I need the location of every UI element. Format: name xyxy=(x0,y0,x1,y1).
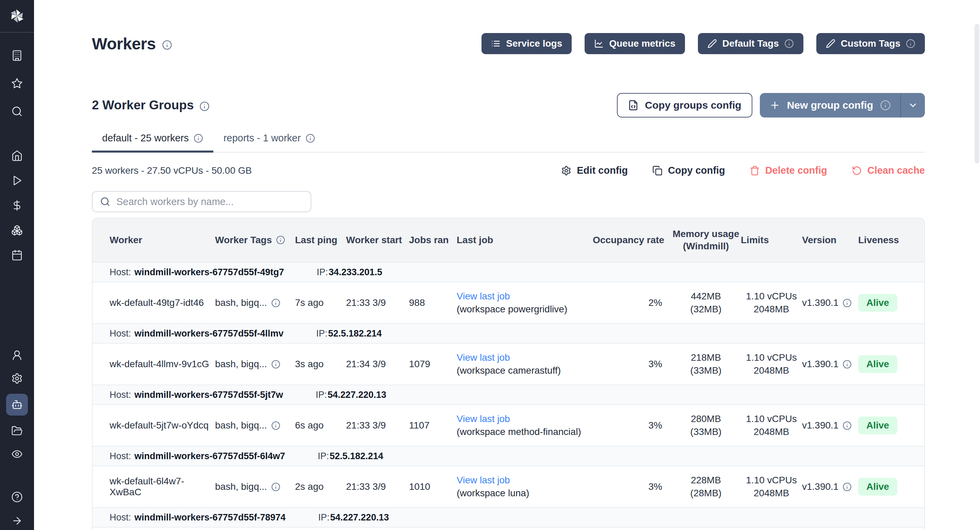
memory-total: 228MB xyxy=(671,474,741,487)
windmill-logo[interactable] xyxy=(0,0,34,33)
sidebar-item-users[interactable] xyxy=(9,347,25,363)
group-config-row: 25 workers - 27.50 vCPUs - 50.00 GB Edit… xyxy=(92,165,925,176)
worker-start-value: 21:33 3/9 xyxy=(346,420,409,431)
host-ip-value: 52.5.182.214 xyxy=(328,328,382,338)
host-name: windmill-workers-67757d55f-6l4w7 xyxy=(134,451,285,461)
host-name: windmill-workers-67757d55f-49tg7 xyxy=(134,267,284,278)
main-content: Workers Service logs Queue metrics Defau… xyxy=(34,32,980,530)
worker-groups-info-icon[interactable] xyxy=(199,101,210,112)
ip-label: IP: xyxy=(316,328,327,338)
sidebar-item-folders[interactable] xyxy=(9,423,25,439)
host-row: Host: windmill-workers-67757d55f-4llmv I… xyxy=(92,323,924,344)
last-ping-value: 6s ago xyxy=(295,420,346,431)
gear-icon xyxy=(561,166,571,176)
new-group-config-button[interactable]: New group config xyxy=(760,93,900,118)
new-group-config-caret-button[interactable] xyxy=(900,93,925,118)
table-row: wk-default-6l4w7-XwBaC bash, bigq... 2s … xyxy=(92,466,924,507)
view-last-job-link[interactable]: View last job xyxy=(457,291,510,302)
eye-icon xyxy=(11,448,23,460)
tab-reports-info-icon[interactable] xyxy=(305,134,315,143)
sidebar-item-schedules[interactable] xyxy=(9,247,25,263)
sidebar-item-workspace[interactable] xyxy=(9,48,25,63)
memory-windmill: (32MB) xyxy=(671,303,741,316)
sidebar xyxy=(0,0,34,530)
liveness-cell: Alive xyxy=(858,355,908,373)
memory-windmill: (33MB) xyxy=(671,364,741,377)
clean-cache-button[interactable]: Clean cache xyxy=(852,165,925,176)
version-info-icon[interactable] xyxy=(843,299,852,308)
service-logs-button[interactable]: Service logs xyxy=(482,33,572,54)
sidebar-item-resources[interactable] xyxy=(9,222,25,238)
help-circle-icon xyxy=(11,491,23,503)
col-worker: Worker xyxy=(110,234,215,246)
worker-groups-title: 2 Worker Groups xyxy=(92,98,194,112)
view-last-job-link[interactable]: View last job xyxy=(457,475,510,485)
tab-default[interactable]: default - 25 workers xyxy=(92,131,213,153)
sidebar-item-audit-logs[interactable] xyxy=(9,446,25,462)
limits-cell: 1.10 vCPUs 2048MB xyxy=(741,474,802,500)
page-scrollbar[interactable] xyxy=(975,24,979,163)
host-name: windmill-workers-67757d55f-78974 xyxy=(134,512,285,523)
delete-config-button[interactable]: Delete config xyxy=(749,165,827,176)
sidebar-group-admin xyxy=(6,347,28,462)
occupancy-rate-value: 2% xyxy=(593,297,671,308)
sidebar-item-search[interactable] xyxy=(9,104,25,119)
tab-reports[interactable]: reports - 1 worker xyxy=(213,131,325,153)
tab-default-info-icon[interactable] xyxy=(194,134,203,143)
plus-icon xyxy=(769,100,780,111)
worker-tags-info-icon[interactable] xyxy=(276,235,285,244)
host-row: Host: windmill-workers-67757d55f-78974 I… xyxy=(92,507,924,528)
queue-metrics-button[interactable]: Queue metrics xyxy=(585,33,685,54)
last-ping-value: 2s ago xyxy=(295,481,346,492)
occupancy-rate-value: 3% xyxy=(593,420,671,431)
worker-tags-row-info-icon[interactable] xyxy=(271,360,280,369)
version-info-icon[interactable] xyxy=(843,482,852,492)
copy-config-button[interactable]: Copy config xyxy=(652,165,725,176)
worker-tags-row-info-icon[interactable] xyxy=(271,482,280,492)
last-job-cell: View last job (workspace powergridlive) xyxy=(457,290,593,316)
sidebar-item-workers[interactable] xyxy=(6,394,28,415)
worker-tags-cell: bash, bigq... xyxy=(215,481,295,492)
pencil-icon xyxy=(708,39,717,48)
view-last-job-link[interactable]: View last job xyxy=(457,413,510,424)
sidebar-item-home[interactable] xyxy=(9,148,25,163)
version-cell: v1.390.1 xyxy=(802,420,858,431)
version-info-icon[interactable] xyxy=(843,360,852,369)
host-label: Host: xyxy=(110,328,131,339)
worker-tags-row-info-icon[interactable] xyxy=(271,299,280,308)
sidebar-item-variables[interactable] xyxy=(9,198,25,213)
liveness-badge: Alive xyxy=(858,478,897,496)
worker-tags-row-info-icon[interactable] xyxy=(271,421,280,430)
search-input[interactable] xyxy=(116,196,303,208)
jobs-ran-value: 1107 xyxy=(409,420,457,431)
custom-tags-info-icon[interactable] xyxy=(906,39,915,48)
last-job-cell: View last job (workspace camerastuff) xyxy=(457,351,593,377)
sidebar-expand-button[interactable] xyxy=(9,513,25,528)
limit-memory: 2048MB xyxy=(741,364,802,377)
edit-config-button[interactable]: Edit config xyxy=(561,165,628,176)
sidebar-item-help[interactable] xyxy=(9,489,25,505)
table-body: Host: windmill-workers-67757d55f-49tg7 I… xyxy=(92,262,924,530)
last-job-cell: View last job (workspace luna) xyxy=(457,474,593,500)
view-last-job-link[interactable]: View last job xyxy=(457,352,510,363)
calendar-icon xyxy=(11,249,23,261)
sidebar-item-favorites[interactable] xyxy=(9,76,25,91)
new-group-config-split-button: New group config xyxy=(760,93,925,118)
memory-total: 280MB xyxy=(671,412,741,425)
windmill-logo-icon xyxy=(8,7,26,25)
new-group-config-info-icon[interactable] xyxy=(880,100,891,111)
play-icon xyxy=(11,175,23,186)
table-header: Worker Worker Tags Last ping Worker star… xyxy=(92,218,924,262)
sidebar-item-settings[interactable] xyxy=(9,370,25,386)
version-value: v1.390.1 xyxy=(802,481,838,492)
copy-groups-config-button[interactable]: Copy groups config xyxy=(617,93,752,118)
home-icon xyxy=(11,150,23,161)
jobs-ran-value: 1079 xyxy=(409,359,457,370)
workers-info-icon[interactable] xyxy=(162,40,172,50)
custom-tags-button[interactable]: Custom Tags xyxy=(816,33,925,54)
version-info-icon[interactable] xyxy=(843,421,852,430)
default-tags-button[interactable]: Default Tags xyxy=(698,33,803,54)
host-label: Host: xyxy=(110,512,131,523)
default-tags-info-icon[interactable] xyxy=(784,39,794,48)
sidebar-item-runs[interactable] xyxy=(9,173,25,188)
